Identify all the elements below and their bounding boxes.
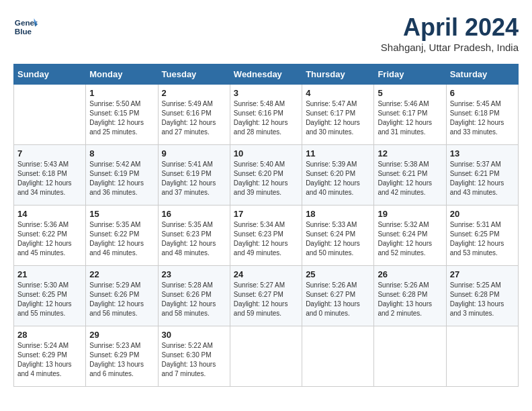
- day-cell: 23 Sunrise: 5:28 AMSunset: 6:26 PMDaylig…: [158, 266, 230, 326]
- title-area: April 2024 Shahganj, Uttar Pradesh, Indi…: [381, 13, 519, 53]
- day-cell: 14 Sunrise: 5:36 AMSunset: 6:22 PMDaylig…: [14, 205, 86, 266]
- col-header-sunday: Sunday: [14, 64, 86, 85]
- day-cell: 4 Sunrise: 5:47 AMSunset: 6:17 PMDayligh…: [302, 85, 374, 145]
- day-cell: 11 Sunrise: 5:39 AMSunset: 6:20 PMDaylig…: [302, 145, 374, 205]
- day-cell: 3 Sunrise: 5:48 AMSunset: 6:16 PMDayligh…: [230, 85, 302, 145]
- day-number: 3: [234, 88, 298, 98]
- day-info: Sunrise: 5:28 AMSunset: 6:26 PMDaylight:…: [162, 281, 226, 318]
- day-info: Sunrise: 5:23 AMSunset: 6:29 PMDaylight:…: [89, 341, 154, 379]
- day-info: Sunrise: 5:35 AMSunset: 6:22 PMDaylight:…: [89, 220, 154, 258]
- day-number: 15: [89, 209, 154, 219]
- day-number: 18: [306, 209, 370, 219]
- day-info: Sunrise: 5:38 AMSunset: 6:21 PMDaylight:…: [378, 160, 442, 197]
- day-number: 13: [450, 148, 515, 158]
- day-cell: 20 Sunrise: 5:31 AMSunset: 6:25 PMDaylig…: [446, 205, 518, 266]
- day-number: 8: [89, 148, 154, 158]
- day-cell: 5 Sunrise: 5:46 AMSunset: 6:17 PMDayligh…: [374, 85, 446, 145]
- day-cell: 15 Sunrise: 5:35 AMSunset: 6:22 PMDaylig…: [86, 205, 158, 266]
- week-row-3: 14 Sunrise: 5:36 AMSunset: 6:22 PMDaylig…: [14, 205, 519, 266]
- day-info: Sunrise: 5:30 AMSunset: 6:25 PMDaylight:…: [17, 281, 82, 318]
- day-info: Sunrise: 5:39 AMSunset: 6:20 PMDaylight:…: [306, 160, 370, 197]
- day-number: 21: [17, 269, 82, 279]
- day-info: Sunrise: 5:43 AMSunset: 6:18 PMDaylight:…: [17, 160, 82, 197]
- location-subtitle: Shahganj, Uttar Pradesh, India: [381, 42, 519, 53]
- day-cell: 25 Sunrise: 5:26 AMSunset: 6:27 PMDaylig…: [302, 266, 374, 326]
- day-cell: [14, 85, 86, 145]
- page-header: General Blue April 2024 Shahganj, Uttar …: [13, 13, 519, 53]
- col-header-friday: Friday: [374, 64, 446, 85]
- day-cell: [230, 326, 302, 387]
- day-number: 4: [306, 88, 370, 98]
- week-row-4: 21 Sunrise: 5:30 AMSunset: 6:25 PMDaylig…: [14, 266, 519, 326]
- day-number: 25: [306, 269, 370, 279]
- day-info: Sunrise: 5:27 AMSunset: 6:27 PMDaylight:…: [234, 281, 298, 318]
- day-info: Sunrise: 5:42 AMSunset: 6:19 PMDaylight:…: [89, 160, 154, 197]
- day-number: 29: [89, 330, 154, 340]
- day-number: 7: [17, 148, 82, 158]
- day-cell: 2 Sunrise: 5:49 AMSunset: 6:16 PMDayligh…: [158, 85, 230, 145]
- day-cell: 27 Sunrise: 5:25 AMSunset: 6:28 PMDaylig…: [446, 266, 518, 326]
- day-cell: 6 Sunrise: 5:45 AMSunset: 6:18 PMDayligh…: [446, 85, 518, 145]
- calendar-table: SundayMondayTuesdayWednesdayThursdayFrid…: [13, 64, 519, 387]
- day-number: 10: [234, 148, 298, 158]
- day-info: Sunrise: 5:35 AMSunset: 6:23 PMDaylight:…: [162, 220, 226, 258]
- day-number: 20: [450, 209, 515, 219]
- day-cell: 7 Sunrise: 5:43 AMSunset: 6:18 PMDayligh…: [14, 145, 86, 205]
- day-number: 2: [162, 88, 226, 98]
- col-header-monday: Monday: [86, 64, 158, 85]
- day-number: 26: [378, 269, 442, 279]
- week-row-1: 1 Sunrise: 5:50 AMSunset: 6:15 PMDayligh…: [14, 85, 519, 145]
- day-cell: 22 Sunrise: 5:29 AMSunset: 6:26 PMDaylig…: [86, 266, 158, 326]
- col-header-saturday: Saturday: [446, 64, 518, 85]
- day-cell: [302, 326, 374, 387]
- day-info: Sunrise: 5:37 AMSunset: 6:21 PMDaylight:…: [450, 160, 515, 197]
- day-info: Sunrise: 5:49 AMSunset: 6:16 PMDaylight:…: [162, 99, 226, 137]
- logo: General Blue: [13, 13, 38, 38]
- day-cell: 18 Sunrise: 5:33 AMSunset: 6:24 PMDaylig…: [302, 205, 374, 266]
- day-cell: 10 Sunrise: 5:40 AMSunset: 6:20 PMDaylig…: [230, 145, 302, 205]
- day-info: Sunrise: 5:47 AMSunset: 6:17 PMDaylight:…: [306, 99, 370, 137]
- day-info: Sunrise: 5:32 AMSunset: 6:24 PMDaylight:…: [378, 220, 442, 258]
- day-number: 6: [450, 88, 515, 98]
- day-cell: 13 Sunrise: 5:37 AMSunset: 6:21 PMDaylig…: [446, 145, 518, 205]
- col-header-tuesday: Tuesday: [158, 64, 230, 85]
- day-cell: 17 Sunrise: 5:34 AMSunset: 6:23 PMDaylig…: [230, 205, 302, 266]
- day-info: Sunrise: 5:46 AMSunset: 6:17 PMDaylight:…: [378, 99, 442, 137]
- col-header-wednesday: Wednesday: [230, 64, 302, 85]
- day-info: Sunrise: 5:34 AMSunset: 6:23 PMDaylight:…: [234, 220, 298, 258]
- day-cell: 28 Sunrise: 5:24 AMSunset: 6:29 PMDaylig…: [14, 326, 86, 387]
- day-info: Sunrise: 5:33 AMSunset: 6:24 PMDaylight:…: [306, 220, 370, 258]
- day-number: 19: [378, 209, 442, 219]
- day-info: Sunrise: 5:36 AMSunset: 6:22 PMDaylight:…: [17, 220, 82, 258]
- day-number: 23: [162, 269, 226, 279]
- day-info: Sunrise: 5:40 AMSunset: 6:20 PMDaylight:…: [234, 160, 298, 197]
- day-cell: 26 Sunrise: 5:26 AMSunset: 6:28 PMDaylig…: [374, 266, 446, 326]
- day-number: 30: [162, 330, 226, 340]
- day-info: Sunrise: 5:31 AMSunset: 6:25 PMDaylight:…: [450, 220, 515, 258]
- day-number: 24: [234, 269, 298, 279]
- week-row-5: 28 Sunrise: 5:24 AMSunset: 6:29 PMDaylig…: [14, 326, 519, 387]
- day-info: Sunrise: 5:50 AMSunset: 6:15 PMDaylight:…: [89, 99, 154, 137]
- week-row-2: 7 Sunrise: 5:43 AMSunset: 6:18 PMDayligh…: [14, 145, 519, 205]
- day-cell: 16 Sunrise: 5:35 AMSunset: 6:23 PMDaylig…: [158, 205, 230, 266]
- logo-icon: General Blue: [13, 13, 38, 38]
- day-info: Sunrise: 5:48 AMSunset: 6:16 PMDaylight:…: [234, 99, 298, 137]
- day-number: 16: [162, 209, 226, 219]
- month-title: April 2024: [381, 13, 519, 42]
- day-cell: 24 Sunrise: 5:27 AMSunset: 6:27 PMDaylig…: [230, 266, 302, 326]
- header-row: SundayMondayTuesdayWednesdayThursdayFrid…: [14, 64, 519, 85]
- day-info: Sunrise: 5:26 AMSunset: 6:27 PMDaylight:…: [306, 281, 370, 318]
- day-cell: [446, 326, 518, 387]
- day-info: Sunrise: 5:45 AMSunset: 6:18 PMDaylight:…: [450, 99, 515, 137]
- day-cell: 12 Sunrise: 5:38 AMSunset: 6:21 PMDaylig…: [374, 145, 446, 205]
- day-cell: 19 Sunrise: 5:32 AMSunset: 6:24 PMDaylig…: [374, 205, 446, 266]
- day-info: Sunrise: 5:29 AMSunset: 6:26 PMDaylight:…: [89, 281, 154, 318]
- day-cell: 8 Sunrise: 5:42 AMSunset: 6:19 PMDayligh…: [86, 145, 158, 205]
- day-number: 9: [162, 148, 226, 158]
- day-cell: [374, 326, 446, 387]
- day-cell: 21 Sunrise: 5:30 AMSunset: 6:25 PMDaylig…: [14, 266, 86, 326]
- day-cell: 9 Sunrise: 5:41 AMSunset: 6:19 PMDayligh…: [158, 145, 230, 205]
- day-cell: 1 Sunrise: 5:50 AMSunset: 6:15 PMDayligh…: [86, 85, 158, 145]
- day-number: 14: [17, 209, 82, 219]
- day-cell: 29 Sunrise: 5:23 AMSunset: 6:29 PMDaylig…: [86, 326, 158, 387]
